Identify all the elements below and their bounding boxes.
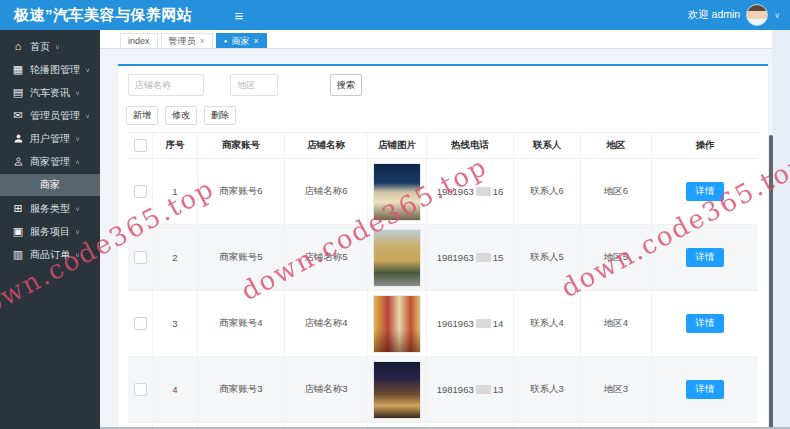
- table-row: 3 商家账号4 店铺名称4 196196314 联系人4 地区4 详情: [128, 291, 758, 357]
- shop-name-cell: 店铺名称5: [285, 225, 368, 290]
- shop-photo: [373, 229, 421, 287]
- sidebar-item-carousel[interactable]: ▦ 轮播图管理 ∨: [0, 58, 100, 81]
- sidebar-item-label: 服务项目: [30, 225, 70, 239]
- hamburger-icon[interactable]: ≡: [235, 8, 244, 23]
- col-contact: 联系人: [514, 133, 581, 158]
- sidebar-item-label: 管理员管理: [30, 109, 80, 123]
- seq-cell: 4: [153, 357, 198, 422]
- sidebar: ⌂ 首页 ∨ ▦ 轮播图管理 ∨ ▤ 汽车资讯 ∨ ✉ 管理员管理 ∨ 用户管理…: [0, 30, 100, 429]
- carousel-icon: ▦: [11, 64, 25, 75]
- contact-cell: 联系人3: [514, 357, 581, 422]
- tab-label: index: [128, 36, 150, 46]
- search-button[interactable]: 搜索: [330, 74, 362, 96]
- add-button[interactable]: 新增: [126, 106, 158, 125]
- contact-cell: 联系人6: [514, 159, 581, 224]
- close-icon[interactable]: ×: [200, 37, 205, 46]
- envelope-icon: ✉: [11, 110, 25, 121]
- row-checkbox[interactable]: [134, 185, 147, 198]
- col-seq: 序号: [153, 133, 198, 158]
- sidebar-item-merchant-mgmt[interactable]: 商家管理 ∧: [0, 150, 100, 173]
- sidebar-item-label: 服务类型: [30, 202, 70, 216]
- row-checkbox[interactable]: [134, 383, 147, 396]
- tab-merchant[interactable]: ● 商家 ×: [216, 33, 267, 48]
- col-shop-name: 店铺名称: [285, 133, 368, 158]
- sidebar-item-home[interactable]: ⌂ 首页 ∨: [0, 35, 100, 58]
- contact-cell: 联系人4: [514, 291, 581, 356]
- tab-label: 商家: [231, 35, 249, 48]
- sidebar-item-label: 首页: [30, 40, 50, 54]
- col-account: 商家账号: [198, 133, 285, 158]
- delete-button[interactable]: 删除: [204, 106, 236, 125]
- tab-admin[interactable]: 管理员 ×: [161, 33, 213, 48]
- tab-index[interactable]: index: [120, 33, 158, 48]
- home-icon: ⌂: [11, 41, 25, 52]
- sidebar-item-label: 汽车资讯: [30, 86, 70, 100]
- sidebar-subitem-merchant[interactable]: 商家: [0, 174, 100, 196]
- account-cell: 商家账号4: [198, 291, 285, 356]
- sidebar-item-user-mgmt[interactable]: 用户管理 ∨: [0, 127, 100, 150]
- merchant-table: 序号 商家账号 店铺名称 店铺图片 热线电话 联系人 地区 操作 1 商家账号6…: [128, 132, 758, 429]
- tab-label: 管理员: [169, 35, 196, 48]
- phone-suffix: 13: [493, 384, 504, 395]
- sidebar-item-label: 商家管理: [30, 155, 70, 169]
- site-title: 极速”汽车美容与保养网站: [0, 6, 193, 25]
- chevron-down-icon: ∨: [75, 251, 80, 258]
- shop-photo: [373, 295, 421, 353]
- chevron-down-icon: ∨: [75, 205, 80, 212]
- phone-suffix: 16: [493, 186, 504, 197]
- region-input[interactable]: [230, 74, 278, 96]
- chevron-down-icon: ∨: [75, 228, 80, 235]
- col-shop-image: 店铺图片: [368, 133, 427, 158]
- detail-button[interactable]: 详情: [686, 314, 724, 333]
- welcome-text: 欢迎 admin: [688, 8, 741, 22]
- phone-cell: 198196316: [427, 159, 514, 224]
- sidebar-item-service-type[interactable]: ⊞ 服务类型 ∨: [0, 197, 100, 220]
- edit-button[interactable]: 修改: [165, 106, 197, 125]
- phone-prefix: 1981963: [437, 384, 474, 395]
- vertical-scrollbar[interactable]: [769, 135, 773, 429]
- top-header: 极速”汽车美容与保养网站 ≡ 欢迎 admin ∨: [0, 0, 790, 30]
- phone-suffix: 15: [493, 252, 504, 263]
- detail-button[interactable]: 详情: [686, 248, 724, 267]
- col-action: 操作: [652, 133, 758, 158]
- chevron-down-icon: ∨: [85, 112, 90, 119]
- table-header: 序号 商家账号 店铺名称 店铺图片 热线电话 联系人 地区 操作: [128, 132, 758, 159]
- main-area: index 管理员 × ● 商家 × 搜索 新增 修改 删除 序号 商家账号: [100, 30, 772, 429]
- sidebar-item-car-news[interactable]: ▤ 汽车资讯 ∨: [0, 81, 100, 104]
- grid-icon: ⊞: [11, 203, 25, 214]
- shop-name-cell: 店铺名称4: [285, 291, 368, 356]
- table-row: 2 商家账号5 店铺名称5 198196315 联系人5 地区5 详情: [128, 225, 758, 291]
- sidebar-item-label: 商品订单: [30, 248, 70, 262]
- seq-cell: 1: [153, 159, 198, 224]
- phone-cell: 198196313: [427, 357, 514, 422]
- phone-cell: 196196314: [427, 291, 514, 356]
- sidebar-item-orders[interactable]: ▥ 商品订单 ∨: [0, 243, 100, 266]
- seq-cell: 2: [153, 225, 198, 290]
- detail-button[interactable]: 详情: [686, 182, 724, 201]
- close-icon[interactable]: ×: [253, 37, 258, 46]
- shop-name-input[interactable]: [128, 74, 204, 96]
- sidebar-item-admin-mgmt[interactable]: ✉ 管理员管理 ∨: [0, 104, 100, 127]
- row-checkbox[interactable]: [134, 317, 147, 330]
- row-checkbox[interactable]: [134, 251, 147, 264]
- phone-prefix: 1981963: [437, 186, 474, 197]
- sidebar-item-service-item[interactable]: ▣ 服务项目 ∨: [0, 220, 100, 243]
- region-cell: 地区5: [581, 225, 652, 290]
- shop-photo: [373, 361, 421, 419]
- phone-redaction: [476, 187, 491, 196]
- account-cell: 商家账号3: [198, 357, 285, 422]
- detail-button[interactable]: 详情: [686, 380, 724, 399]
- user-area[interactable]: 欢迎 admin ∨: [688, 0, 780, 30]
- dot-icon: ●: [224, 38, 228, 44]
- chevron-down-icon[interactable]: ∨: [774, 11, 780, 20]
- col-region: 地区: [581, 133, 652, 158]
- contact-cell: 联系人5: [514, 225, 581, 290]
- chevron-down-icon: ∨: [75, 135, 80, 142]
- select-all-checkbox[interactable]: [134, 139, 147, 152]
- account-cell: 商家账号5: [198, 225, 285, 290]
- avatar[interactable]: [746, 4, 768, 26]
- shop-name-cell: 店铺名称6: [285, 159, 368, 224]
- region-cell: 地区3: [581, 357, 652, 422]
- news-icon: ▤: [11, 87, 25, 98]
- seq-cell: 3: [153, 291, 198, 356]
